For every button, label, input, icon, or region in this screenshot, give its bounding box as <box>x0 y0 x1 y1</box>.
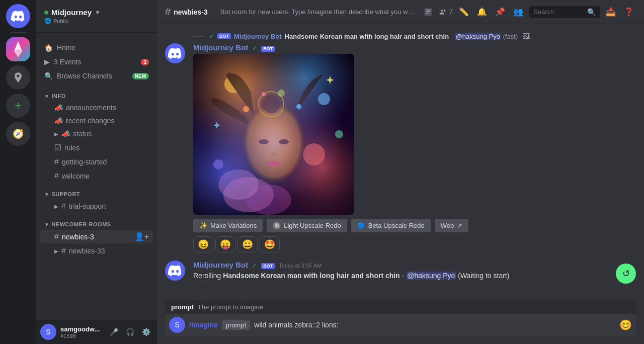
chat-input-field[interactable] <box>254 321 615 329</box>
svg-rect-4 <box>193 54 354 215</box>
channel-announcements[interactable]: 📣 announcements <box>40 102 153 114</box>
collapse-arrow-icon: ▼ <box>44 94 49 99</box>
refresh-button[interactable]: ↺ <box>616 264 636 284</box>
make-variations-label: Make Variations <box>210 222 257 229</box>
members-icon <box>439 8 447 16</box>
rerolling-text: Rerolling <box>193 272 221 280</box>
help-icon[interactable]: ❓ <box>622 5 636 19</box>
navigation-server-icon[interactable] <box>6 65 30 90</box>
user-info: samgoodw... #1598 <box>60 325 103 339</box>
speaker-icon: 📣 <box>54 117 63 125</box>
light-upscale-redo-button[interactable]: 🔘 Light Upscale Redo <box>267 219 347 232</box>
make-variations-button[interactable]: ✨ Make Variations <box>193 219 263 232</box>
channel-welcome-label: welcome <box>62 172 90 180</box>
pin-icon[interactable]: 📌 <box>493 5 507 19</box>
svg-point-10 <box>213 159 223 169</box>
deafen-button[interactable]: 🎧 <box>123 325 137 339</box>
chat-input-avatar: S <box>169 317 185 333</box>
category-info[interactable]: ▼ INFO <box>36 85 157 101</box>
message-row: Midjourney Bot ✓ BOT <box>165 42 636 253</box>
channel-hash-icon: # <box>165 6 171 18</box>
svg-rect-3 <box>193 54 354 215</box>
channel-status[interactable]: ▶ 📣 status <box>40 128 153 140</box>
thread-icon[interactable] <box>421 5 435 19</box>
topbar-divider <box>214 6 214 18</box>
server-public-label: Public <box>53 18 68 24</box>
circle-icon: 🔘 <box>273 222 281 229</box>
topbar-description: Bot room for new users. Type /imagine th… <box>220 8 415 16</box>
svg-point-7 <box>226 77 240 91</box>
waiting-mention[interactable]: @haksung Pyo <box>406 272 456 280</box>
home-label: Home <box>57 44 75 52</box>
generated-image <box>193 54 354 215</box>
server-sidebar: + 🧭 <box>0 0 36 344</box>
server-online-indicator <box>44 11 48 15</box>
bot-avatar-waiting <box>165 261 185 281</box>
add-member-icon[interactable]: 👤+ <box>134 232 149 241</box>
user-discriminator: #1598 <box>60 333 103 339</box>
hash-icon: # <box>54 157 59 166</box>
waiting-message-text: Rerolling Handsome Korean man with long … <box>193 271 636 281</box>
explore-servers-button[interactable]: 🧭 <box>6 122 30 146</box>
svg-point-19 <box>267 160 281 166</box>
server-header[interactable]: Midjourney ▼ 🌐 Public <box>36 0 157 33</box>
category-support-label: SUPPORT <box>51 191 80 197</box>
web-label: Web <box>441 222 454 229</box>
prompt-hint: prompt The prompt to imagine <box>165 300 636 314</box>
search-bar[interactable]: 🔍 <box>529 6 600 18</box>
search-input[interactable] <box>533 8 584 16</box>
emoji-picker-button[interactable]: 😊 <box>619 319 632 331</box>
channel-trial-support[interactable]: ▶ # trial-support <box>40 200 153 213</box>
sidebar-item-browse[interactable]: 🔍 Browse Channels NEW <box>40 69 153 83</box>
inbox-icon[interactable]: 📥 <box>604 5 618 19</box>
reaction-tongue[interactable]: 😛 <box>215 236 235 252</box>
hash-icon: # <box>61 246 66 255</box>
discord-home-button[interactable] <box>6 4 30 28</box>
blue-circle-icon: 🔵 <box>357 222 365 229</box>
channel-newbies-3-label: newbies-3 <box>62 233 94 241</box>
mute-button[interactable]: 🎤 <box>107 325 121 339</box>
message-header: Midjourney Bot ✓ BOT <box>193 43 636 52</box>
channel-rules[interactable]: ☑ rules <box>40 141 153 154</box>
inline-author: Midjourney Bot <box>234 33 282 40</box>
reaction-starstruck[interactable]: 🤩 <box>260 236 280 252</box>
channel-newbies-3[interactable]: # newbies-3 👤+ <box>40 230 153 243</box>
channel-recent-changes[interactable]: 📣 recent-changes <box>40 115 153 127</box>
mention-inline[interactable]: @haksung Pyo <box>455 33 501 40</box>
sparkle-icon: ✨ <box>199 222 207 229</box>
svg-point-8 <box>318 93 330 105</box>
channel-status-label: status <box>73 130 92 138</box>
channel-newbies-33[interactable]: ▶ # newbies-33 <box>40 244 153 257</box>
sidebar-item-events[interactable]: ▶ 3 Events 1 <box>40 55 153 69</box>
midjourney-server-icon[interactable] <box>6 37 30 61</box>
category-support[interactable]: ▼ SUPPORT <box>36 183 157 199</box>
sidebar-nav: 🏠 Home ▶ 3 Events 1 🔍 Browse Channels NE… <box>36 33 157 85</box>
channel-welcome[interactable]: # welcome <box>40 169 153 183</box>
notification-icon[interactable]: 🔔 <box>475 5 489 19</box>
waiting-message-content: Midjourney Bot ✓ BOT Today at 3:55 AM Re… <box>193 261 636 281</box>
settings-button[interactable]: ⚙️ <box>139 325 153 339</box>
category-newcomer-rooms[interactable]: ▼ NEWCOMER ROOMS <box>36 213 157 229</box>
username: samgoodw... <box>60 325 103 333</box>
add-server-button[interactable]: + <box>6 94 30 118</box>
beta-upscale-redo-label: Beta Upscale Redo <box>368 222 425 229</box>
pencil-icon[interactable]: ✏️ <box>457 5 471 19</box>
sidebar-item-home[interactable]: 🏠 Home <box>40 41 153 55</box>
collapse-arrow-icon: ▼ <box>44 192 49 197</box>
hash-icon: # <box>61 202 66 211</box>
inline-prompt-text: Handsome Korean man with long hair and s… <box>285 33 518 40</box>
waiting-message-row: Midjourney Bot ✓ BOT Today at 3:55 AM Re… <box>165 260 636 282</box>
reaction-grimace[interactable]: 😖 <box>193 236 213 252</box>
svg-point-15 <box>241 104 306 190</box>
collapse-arrow-icon: ▶ <box>54 204 58 209</box>
speaker-icon: 📣 <box>61 130 70 138</box>
browse-icon: 🔍 <box>44 72 53 80</box>
members-list-icon[interactable]: 👥 <box>511 5 525 19</box>
chat-input-box: S /imagine prompt 😊 <box>165 314 636 336</box>
beta-upscale-redo-button[interactable]: 🔵 Beta Upscale Redo <box>351 219 431 232</box>
waiting-author: Midjourney Bot <box>193 261 248 269</box>
reaction-grin[interactable]: 😀 <box>237 236 258 252</box>
inline-context-message: ✓ BOT Midjourney Bot Handsome Korean man… <box>165 32 636 40</box>
web-button[interactable]: Web ↗ <box>435 219 469 232</box>
channel-getting-started[interactable]: # getting-started <box>40 155 153 168</box>
